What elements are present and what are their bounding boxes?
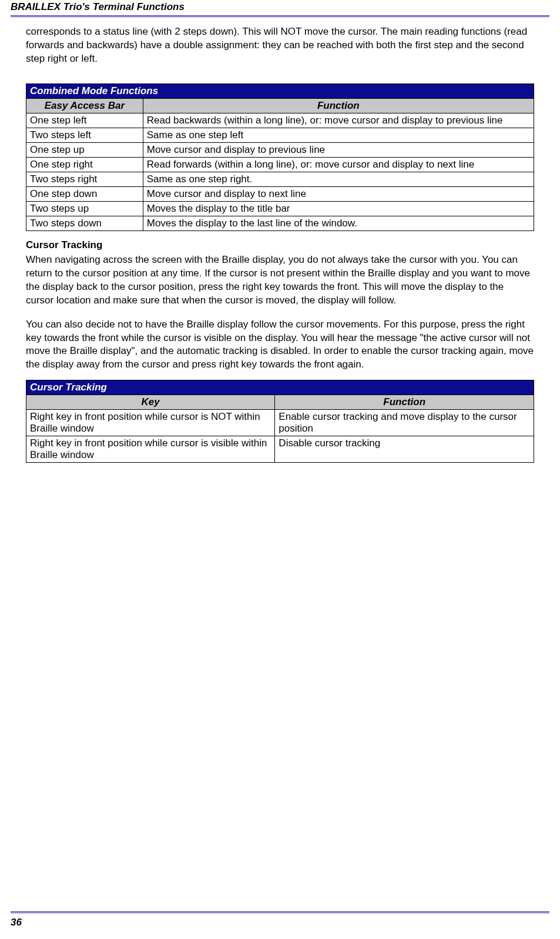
table-row: Right key in front position while cursor… [26, 436, 534, 463]
cursor-paragraph-1: When navigating across the screen with t… [26, 253, 534, 308]
table1-key: One step right [26, 157, 143, 172]
table1-fn: Move cursor and display to next line [143, 186, 534, 201]
table1-fn: Read backwards (within a long line), or:… [143, 113, 534, 128]
page-number: 36 [11, 917, 22, 928]
cursor-tracking-heading: Cursor Tracking [26, 239, 534, 251]
table1-col2-header: Function [143, 98, 534, 113]
table1-key: One step down [26, 186, 143, 201]
table-row: Two steps right Same as one step right. [26, 172, 534, 186]
table-row: Two steps down Moves the display to the … [26, 216, 534, 230]
table1-title: Combined Mode Functions [26, 83, 534, 98]
table-row: One step right Read forwards (within a l… [26, 157, 534, 172]
cursor-paragraph-2: You can also decide not to have the Brai… [26, 318, 534, 372]
combined-mode-functions-table: Combined Mode Functions Easy Access Bar … [26, 83, 534, 231]
table1-fn: Read forwards (within a long line), or: … [143, 157, 534, 172]
table1-fn: Moves the display to the title bar [143, 201, 534, 216]
table2-col2-header: Function [275, 395, 534, 410]
table1-key: Two steps down [26, 216, 143, 230]
table1-key: Two steps up [26, 201, 143, 216]
table-row: One step down Move cursor and display to… [26, 186, 534, 201]
table1-col1-header: Easy Access Bar [26, 98, 143, 113]
table1-key: Two steps right [26, 172, 143, 186]
page: BRAILLEX Trio's Terminal Functions corre… [0, 0, 560, 939]
content-area: corresponds to a status line (with 2 ste… [11, 25, 549, 463]
table2-title: Cursor Tracking [26, 380, 534, 395]
table-row: One step up Move cursor and display to p… [26, 142, 534, 157]
table-row: Two steps left Same as one step left [26, 128, 534, 142]
table1-key: One step up [26, 142, 143, 157]
intro-paragraph: corresponds to a status line (with 2 ste… [26, 25, 534, 66]
table1-fn: Same as one step left [143, 128, 534, 142]
cursor-tracking-table: Cursor Tracking Key Function Right key i… [26, 380, 534, 463]
table2-key: Right key in front position while cursor… [26, 410, 275, 436]
table1-key: Two steps left [26, 128, 143, 142]
table2-fn: Enable cursor tracking and move display … [275, 410, 534, 436]
table-row: Two steps up Moves the display to the ti… [26, 201, 534, 216]
page-footer: 36 [11, 911, 549, 928]
table2-fn: Disable cursor tracking [275, 436, 534, 463]
table1-fn: Same as one step right. [143, 172, 534, 186]
table1-fn: Move cursor and display to previous line [143, 142, 534, 157]
table2-key: Right key in front position while cursor… [26, 436, 275, 463]
table1-key: One step left [26, 113, 143, 128]
table1-fn: Moves the display to the last line of th… [143, 216, 534, 230]
running-header: BRAILLEX Trio's Terminal Functions [11, 0, 549, 17]
table2-col1-header: Key [26, 395, 275, 410]
table-row: One step left Read backwards (within a l… [26, 113, 534, 128]
table-row: Right key in front position while cursor… [26, 410, 534, 436]
